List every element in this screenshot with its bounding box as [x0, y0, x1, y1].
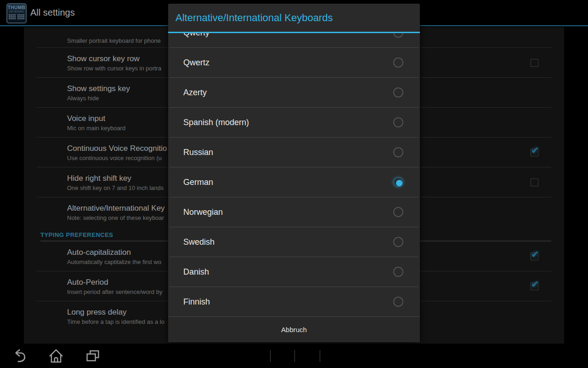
option-danish[interactable]: Danish: [168, 257, 420, 287]
system-bar: 12:03: [0, 344, 588, 368]
back-button[interactable]: [11, 348, 28, 364]
radio-unselected-icon[interactable]: [393, 147, 403, 157]
recents-icon: [85, 348, 101, 364]
dialog-option-list[interactable]: Qwerty Qwertz Azerty Spanish (modern) Ru…: [168, 33, 420, 316]
option-german[interactable]: German: [168, 167, 420, 197]
option-azerty[interactable]: Azerty: [168, 78, 420, 108]
radio-unselected-icon[interactable]: [393, 207, 403, 217]
radio-unselected-icon[interactable]: [393, 117, 403, 127]
recents-button[interactable]: [85, 348, 101, 364]
home-icon: [48, 348, 64, 364]
radio-unselected-icon[interactable]: [393, 58, 403, 68]
divider: [294, 350, 295, 362]
option-qwerty[interactable]: Qwerty: [168, 33, 420, 48]
home-button[interactable]: [48, 348, 64, 364]
keyboard-layout-dialog: Alternative/International Keyboards Qwer…: [168, 4, 420, 342]
cancel-button[interactable]: Abbruch: [168, 316, 420, 342]
radio-unselected-icon[interactable]: [393, 297, 403, 307]
option-spanish-modern[interactable]: Spanish (modern): [168, 108, 420, 138]
option-russian[interactable]: Russian: [168, 138, 420, 167]
option-qwertz[interactable]: Qwertz: [168, 48, 420, 78]
radio-unselected-icon[interactable]: [393, 237, 403, 247]
divider: [270, 350, 271, 362]
radio-unselected-icon[interactable]: [393, 87, 403, 98]
divider: [320, 350, 320, 362]
radio-unselected-icon[interactable]: [393, 267, 403, 277]
radio-selected-icon[interactable]: [393, 177, 403, 187]
radio-unselected-icon[interactable]: [393, 33, 403, 38]
dialog-title: Alternative/International Keyboards: [168, 4, 420, 32]
option-norwegian[interactable]: Norwegian: [168, 197, 420, 227]
back-icon: [11, 348, 28, 364]
option-finnish[interactable]: Finnish: [168, 287, 420, 316]
option-swedish[interactable]: Swedish: [168, 227, 420, 257]
screen: THUMB KEYBOARD All settings Smaller port…: [0, 0, 588, 368]
